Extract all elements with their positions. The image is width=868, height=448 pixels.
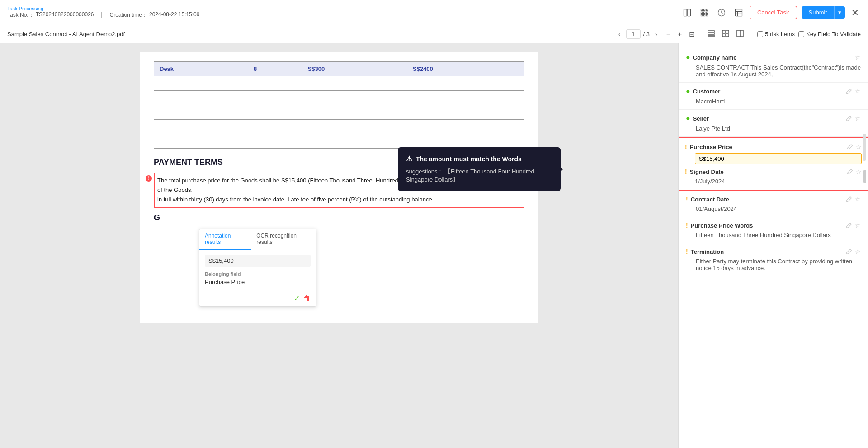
- zoom-out-button[interactable]: −: [664, 29, 673, 39]
- view-mode-btn-1[interactable]: [705, 29, 717, 39]
- field-header-seller: ● Seller ☆: [686, 114, 861, 122]
- pencil-icon-contract-date[interactable]: [846, 196, 852, 202]
- svg-rect-4: [706, 9, 708, 10]
- svg-rect-12: [735, 9, 742, 16]
- pencil-icon-purchase-price[interactable]: [847, 144, 853, 150]
- document-table: Desk 8 S$300 S$2400: [154, 61, 524, 149]
- clock-icon-btn[interactable]: [715, 6, 728, 19]
- next-section-heading: G: [154, 213, 524, 223]
- grid-icon: [700, 8, 709, 17]
- pdf-content[interactable]: Desk 8 S$300 S$2400: [0, 43, 678, 448]
- table-row: [154, 76, 524, 91]
- annotation-delete-button[interactable]: 🗑: [303, 294, 311, 303]
- annotation-results-tab[interactable]: Annotation results: [199, 229, 251, 250]
- field-value-customer: MacroHard: [686, 98, 861, 105]
- star-icon-purchase-price[interactable]: ☆: [856, 143, 862, 150]
- field-value-company-name: SALES CONTRACT This Sales Contract(the"C…: [686, 64, 861, 78]
- nav-prev-button[interactable]: ‹: [616, 30, 623, 39]
- field-name-contract-date: Contract Date: [691, 196, 843, 203]
- field-name-signed-date: Signed Date: [690, 168, 844, 175]
- star-icon-ppw[interactable]: ☆: [855, 222, 861, 229]
- submit-button[interactable]: Submit: [802, 6, 834, 19]
- svg-rect-7: [706, 12, 708, 13]
- fit-page-button[interactable]: ⊟: [686, 29, 698, 39]
- submit-group: Submit ▾: [802, 6, 845, 19]
- col-total: S$2400: [407, 62, 524, 76]
- view-grid-icon: [722, 30, 729, 37]
- table-row: [154, 91, 524, 105]
- zoom-in-button[interactable]: +: [675, 29, 684, 39]
- grid-icon-btn[interactable]: [698, 6, 711, 19]
- cancel-task-button[interactable]: Cancel Task: [750, 6, 797, 19]
- field-status-ok-icon: ●: [686, 114, 690, 122]
- field-value-contract-date: 01/August/2024: [686, 205, 861, 212]
- mini-scroll-bar: [863, 170, 866, 183]
- star-icon-company-name[interactable]: ☆: [855, 54, 861, 61]
- field-value-purchase-price-words: Fifteen Thousand Three Hundred Singapore…: [686, 232, 861, 238]
- field-item-purchase-price-words: ! Purchase Price Words ☆ Fifteen Thousan…: [679, 217, 868, 243]
- purchase-price-input[interactable]: [695, 153, 862, 164]
- field-item-seller: ● Seller ☆ Laiye Pte Ltd: [679, 110, 868, 137]
- pdf-page: Desk 8 S$300 S$2400: [140, 52, 538, 323]
- warning-suggestion: suggestions： 【Fifteen Thousand Four Hund…: [406, 168, 552, 184]
- field-status-warn-icon: !: [686, 248, 688, 255]
- svg-rect-8: [701, 14, 702, 16]
- field-name-purchase-price: Purchase Price: [690, 144, 844, 150]
- field-name-customer: Customer: [693, 88, 843, 95]
- pencil-icon-customer[interactable]: [846, 88, 852, 94]
- svg-rect-2: [701, 9, 702, 10]
- star-icon-signed-date[interactable]: ☆: [856, 168, 862, 175]
- risk-items-label: 5 risk items: [765, 31, 795, 37]
- star-icon-contract-date[interactable]: ☆: [855, 196, 861, 203]
- pdf-zoom-btns: − + ⊟: [664, 29, 698, 39]
- col-item: Desk: [154, 62, 248, 76]
- pencil-icon-seller[interactable]: [846, 115, 852, 121]
- star-icon-seller[interactable]: ☆: [855, 115, 861, 122]
- main-area: Desk 8 S$300 S$2400: [0, 43, 868, 448]
- field-status-ok-icon: ●: [686, 87, 690, 95]
- creation-time-label: Creation time：: [110, 11, 147, 19]
- field-status-ok-icon: ●: [686, 53, 690, 61]
- purchase-price-section-highlighted: ! Purchase Price ☆ ! Signed Date ☆ 1/Jul…: [678, 137, 868, 191]
- risk-items-checkbox[interactable]: [757, 31, 763, 37]
- svg-rect-18: [708, 35, 714, 37]
- layout-icon-btn[interactable]: [681, 6, 693, 19]
- field-status-warn-icon: !: [686, 196, 688, 203]
- creation-time-value: 2024-08-22 15:15:09: [149, 11, 199, 19]
- risk-area: 5 risk items Key Field To Validate: [757, 31, 861, 37]
- pencil-icon-termination[interactable]: [846, 248, 852, 255]
- table-icon-btn[interactable]: [732, 6, 745, 19]
- pencil-icon-signed-date[interactable]: [847, 168, 853, 175]
- svg-rect-10: [706, 14, 708, 16]
- suggestion-label: suggestions：: [406, 168, 443, 175]
- nav-next-button[interactable]: ›: [652, 30, 660, 39]
- table-row: [154, 105, 524, 120]
- field-name-seller: Seller: [693, 115, 843, 122]
- annotation-body: S$15,400 Belonging field Purchase Price: [199, 250, 316, 290]
- ocr-recognition-tab[interactable]: OCR recognition results: [251, 229, 316, 250]
- svg-rect-1: [688, 9, 691, 16]
- field-item-signed-date: ! Signed Date ☆ 1/July/2024: [685, 166, 862, 187]
- warning-title: ⚠ The amount must match the Words: [406, 154, 552, 163]
- key-field-checkbox[interactable]: [798, 31, 804, 37]
- clock-icon: [717, 8, 726, 17]
- svg-rect-21: [722, 34, 725, 37]
- view-mode-btn-3[interactable]: [734, 29, 746, 39]
- pdf-nav: ‹ / 3 ›: [616, 29, 660, 39]
- page-input[interactable]: [626, 29, 641, 39]
- pdf-filename: Sample Sales Contract - AI Agent Demo2.p…: [7, 31, 612, 37]
- warning-title-text: The amount must match the Words: [416, 155, 522, 163]
- field-status-warn-icon: !: [685, 143, 687, 150]
- annotation-value: S$15,400: [205, 255, 311, 267]
- pencil-icon-ppw[interactable]: [846, 222, 852, 229]
- field-status-warn-icon: !: [685, 168, 687, 175]
- submit-dropdown-button[interactable]: ▾: [834, 6, 845, 19]
- view-mode-btn-2[interactable]: [719, 29, 732, 39]
- close-button[interactable]: ✕: [849, 5, 861, 20]
- key-field-checkbox-area: Key Field To Validate: [798, 31, 861, 37]
- top-bar-icons: Cancel Task Submit ▾ ✕: [681, 5, 861, 20]
- annotation-confirm-button[interactable]: ✓: [294, 294, 300, 303]
- star-icon-customer[interactable]: ☆: [855, 88, 861, 95]
- annotation-tabs: Annotation results OCR recognition resul…: [199, 229, 316, 250]
- star-icon-termination[interactable]: ☆: [855, 248, 861, 255]
